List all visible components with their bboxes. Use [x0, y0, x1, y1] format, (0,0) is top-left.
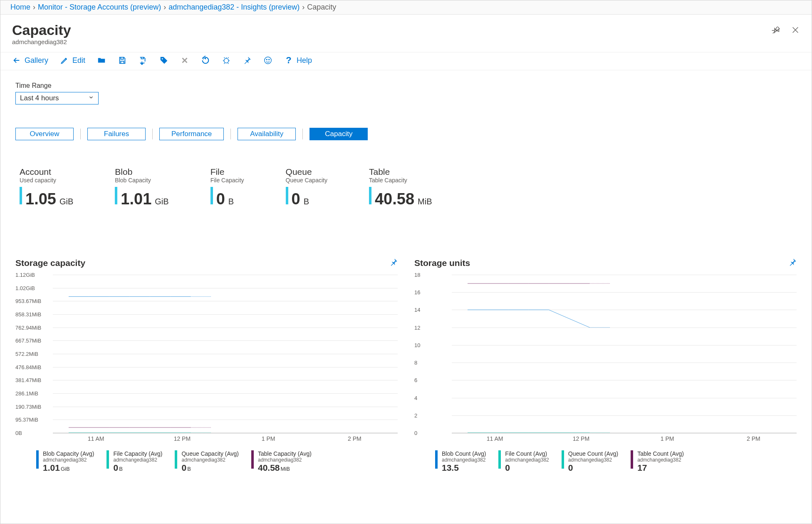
- timerange-value: Last 4 hours: [20, 94, 59, 102]
- legend-name: Blob Capacity (Avg): [43, 450, 94, 457]
- legend-name: File Count (Avg): [505, 450, 549, 457]
- y-tick: 476.84MiB: [15, 364, 41, 370]
- svg-point-2: [265, 57, 272, 64]
- legend-color: [106, 450, 109, 469]
- breadcrumb-home[interactable]: Home: [10, 3, 30, 12]
- metric-value: 0: [216, 190, 225, 208]
- svg-point-0: [162, 58, 163, 60]
- chevron-down-icon: [88, 94, 94, 102]
- y-tick: 762.94MiB: [15, 324, 41, 330]
- legend-color: [435, 450, 438, 469]
- tab-overview[interactable]: Overview: [15, 128, 74, 140]
- close-icon[interactable]: [791, 25, 800, 36]
- metric-unit: B: [304, 197, 309, 206]
- edit-button[interactable]: Edit: [60, 56, 85, 65]
- legend-color: [562, 450, 564, 469]
- tab-performance[interactable]: Performance: [159, 128, 224, 140]
- metric-bar: [369, 187, 371, 204]
- chart-title: Storage units: [414, 258, 470, 268]
- pencil-icon: [60, 56, 69, 65]
- legend-item: File Count (Avg) admchangediag382 0: [498, 450, 549, 473]
- metric-name: Queue: [286, 167, 327, 177]
- legend-sub: admchangediag382: [568, 457, 618, 463]
- legend-item: Blob Count (Avg) admchangediag382 13.5: [435, 450, 486, 473]
- timerange-dropdown[interactable]: Last 4 hours: [15, 92, 99, 104]
- y-tick: 8: [414, 360, 417, 366]
- legend-item: File Capacity (Avg) admchangediag382 0B: [106, 450, 162, 473]
- gallery-button[interactable]: Gallery: [12, 56, 48, 65]
- legend-sub: admchangediag382: [258, 457, 312, 463]
- timerange-label: Time Range: [15, 82, 797, 89]
- legend-sub: admchangediag382: [442, 457, 486, 463]
- y-tick: 16: [414, 289, 420, 296]
- y-tick: 18: [414, 272, 420, 278]
- y-tick: 2: [414, 412, 417, 418]
- y-tick: 10: [414, 342, 420, 348]
- page-title: Capacity: [12, 22, 71, 38]
- legend-value: 1.01GiB: [43, 463, 94, 473]
- bug-icon[interactable]: [222, 56, 231, 65]
- legend-item: Table Capacity (Avg) admchangediag382 40…: [251, 450, 312, 473]
- divider: [230, 129, 231, 139]
- tab-failures[interactable]: Failures: [87, 128, 146, 140]
- metric-sub: Blob Capacity: [115, 177, 168, 184]
- y-tick: 6: [414, 377, 417, 383]
- legend-item: Queue Capacity (Avg) admchangediag382 0B: [175, 450, 238, 473]
- legend-item: Queue Count (Avg) admchangediag382 0: [562, 450, 618, 473]
- metric-queue: Queue Queue Capacity 0 B: [286, 167, 327, 208]
- refresh-icon[interactable]: [201, 56, 210, 65]
- legend-sub: admchangediag382: [181, 457, 238, 463]
- metric-unit: GiB: [59, 197, 73, 206]
- legend-value: 0B: [113, 463, 162, 473]
- x-tick: 12 PM: [538, 435, 624, 445]
- metric-sub: Table Capacity: [369, 177, 432, 184]
- edit-label: Edit: [72, 56, 85, 65]
- pin-chart-icon[interactable]: [788, 258, 797, 268]
- metric-table: Table Table Capacity 40.58 MiB: [369, 167, 432, 208]
- tab-row: OverviewFailuresPerformanceAvailabilityC…: [15, 128, 797, 140]
- breadcrumb: Home › Monitor - Storage Accounts (previ…: [0, 0, 812, 15]
- y-tick: 4: [414, 395, 417, 401]
- chevron-right-icon: ›: [163, 3, 166, 12]
- breadcrumb-insights[interactable]: admchangediag382 - Insights (preview): [168, 3, 300, 12]
- tab-capacity[interactable]: Capacity: [309, 128, 368, 140]
- pin-chart-icon[interactable]: [389, 258, 398, 268]
- pin-icon[interactable]: [772, 25, 781, 36]
- y-tick: 95.37MiB: [15, 417, 38, 423]
- legend-color: [36, 450, 39, 469]
- x-tick: 1 PM: [225, 435, 312, 445]
- metric-value: 1.05: [25, 190, 56, 208]
- save-as-icon[interactable]: [139, 56, 148, 65]
- folder-icon[interactable]: [97, 56, 106, 65]
- legend-color: [498, 450, 501, 469]
- breadcrumb-monitor[interactable]: Monitor - Storage Accounts (preview): [38, 3, 161, 12]
- tag-icon[interactable]: [159, 56, 168, 65]
- metric-value: 40.58: [375, 190, 414, 208]
- smile-icon[interactable]: [263, 56, 272, 65]
- divider: [302, 129, 303, 139]
- legend-value: 40.58MiB: [258, 463, 312, 473]
- metric-bar: [20, 187, 22, 204]
- x-tick: 12 PM: [139, 435, 225, 445]
- save-icon[interactable]: [118, 56, 127, 65]
- chevron-right-icon: ›: [302, 3, 304, 12]
- arrow-left-icon: [12, 56, 21, 65]
- y-tick: 0B: [15, 430, 22, 436]
- y-tick: 12: [414, 324, 420, 330]
- tab-availability[interactable]: Availability: [238, 128, 296, 140]
- storage-units-chart: Storage units 18161412108642011 AM12 PM1…: [414, 258, 797, 473]
- y-tick: 953.67MiB: [15, 298, 41, 304]
- delete-icon[interactable]: [180, 56, 189, 65]
- metric-name: Account: [20, 167, 73, 177]
- pin-toolbar-icon[interactable]: [243, 56, 252, 65]
- legend-value: 17: [637, 463, 684, 473]
- legend-name: Queue Capacity (Avg): [181, 450, 238, 457]
- metric-bar: [115, 187, 117, 204]
- legend-value: 0: [505, 463, 549, 473]
- legend-color: [175, 450, 177, 469]
- x-tick: 11 AM: [53, 435, 139, 445]
- help-button[interactable]: ? Help: [284, 56, 312, 65]
- x-tick: 2 PM: [312, 435, 398, 445]
- x-tick: 2 PM: [710, 435, 797, 445]
- x-tick: 1 PM: [624, 435, 710, 445]
